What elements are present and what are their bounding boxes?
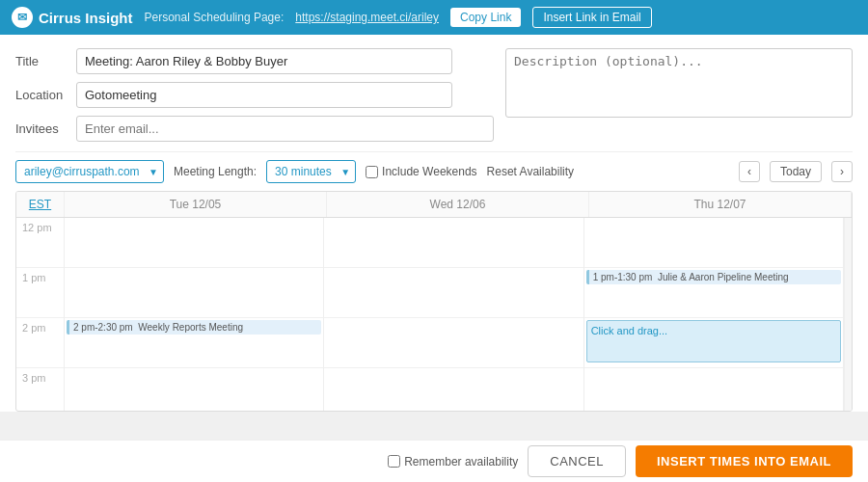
main-content: Title Location Invitees ariley@cirruspat…	[0, 35, 868, 412]
next-nav-button[interactable]: ›	[831, 161, 853, 182]
location-row: Location	[15, 82, 494, 108]
title-label: Title	[15, 54, 68, 68]
day-col-tue: 2 pm-2:30 pm Weekly Reports Meeting	[65, 218, 324, 411]
insert-link-button[interactable]: Insert Link in Email	[532, 7, 651, 28]
length-select-wrapper: 30 minutes ▼	[266, 160, 356, 183]
title-row: Title	[15, 48, 494, 74]
logo-text: Cirrus Insight	[39, 10, 133, 26]
today-button[interactable]: Today	[770, 161, 822, 182]
location-label: Location	[15, 88, 68, 102]
pipeline-meeting-event: 1 pm-1:30 pm Julie & Aaron Pipeline Meet…	[586, 270, 841, 284]
form-top: Title Location Invitees	[15, 48, 853, 147]
user-select[interactable]: ariley@cirruspath.com	[15, 160, 164, 183]
wed-1pm-cell[interactable]	[324, 268, 583, 318]
page-link-url[interactable]: https://staging.meet.ci/ariley	[295, 11, 439, 24]
toolbar-row: ariley@cirruspath.com ▼ Meeting Length: …	[15, 151, 853, 191]
logo-icon: ✉	[12, 7, 33, 28]
thu-1pm-cell[interactable]: 1 pm-1:30 pm Julie & Aaron Pipeline Meet…	[584, 268, 843, 318]
remember-availability-checkbox[interactable]	[388, 455, 400, 468]
form-left: Title Location Invitees	[15, 48, 494, 147]
col-header-tue: Tue 12/05	[65, 192, 327, 217]
meeting-length-label: Meeting Length:	[174, 165, 257, 178]
length-select[interactable]: 30 minutes	[266, 160, 356, 183]
description-textarea[interactable]	[505, 48, 853, 118]
event-title: Weekly Reports Meeting	[138, 322, 243, 333]
footer: Remember availability CANCEL INSERT TIME…	[0, 440, 868, 482]
day-col-thu: 1 pm-1:30 pm Julie & Aaron Pipeline Meet…	[584, 218, 844, 411]
calendar-body: 12 pm 1 pm 2 pm 3 pm 4 pm 2 pm-2:30 pm W…	[16, 218, 852, 411]
tue-1pm-cell[interactable]	[65, 268, 323, 318]
invitees-row: Invitees	[15, 116, 494, 142]
prev-nav-button[interactable]: ‹	[739, 161, 760, 182]
time-1pm: 1 pm	[16, 268, 64, 318]
logo: ✉ Cirrus Insight	[12, 7, 133, 28]
calendar-header: EST Tue 12/05 Wed 12/06 Thu 12/07	[16, 192, 852, 218]
calendar: EST Tue 12/05 Wed 12/06 Thu 12/07 12 pm …	[15, 191, 853, 412]
thu-3pm-cell[interactable]	[584, 368, 843, 411]
include-weekends-label[interactable]: Include Weekends	[366, 165, 477, 178]
copy-link-button[interactable]: Copy Link	[450, 8, 521, 27]
header: ✉ Cirrus Insight Personal Scheduling Pag…	[0, 0, 868, 35]
include-weekends-checkbox[interactable]	[366, 166, 378, 178]
wed-3pm-cell[interactable]	[324, 368, 583, 411]
wed-12pm-cell[interactable]	[324, 218, 583, 268]
wed-2pm-cell[interactable]	[324, 318, 583, 368]
form-right	[505, 48, 853, 147]
event-time-2: 1 pm-1:30 pm	[593, 272, 653, 282]
thu-12pm-cell[interactable]	[584, 218, 843, 268]
cancel-button[interactable]: CANCEL	[528, 445, 626, 477]
page-link-label: Personal Scheduling Page:	[145, 11, 285, 24]
day-col-wed	[324, 218, 583, 411]
event-time: 2 pm-2:30 pm	[73, 322, 133, 333]
title-input[interactable]	[76, 48, 452, 74]
time-3pm: 3 pm	[16, 368, 64, 411]
time-2pm: 2 pm	[16, 318, 64, 368]
event-title-2: Julie & Aaron Pipeline Meeting	[658, 272, 789, 282]
col-header-wed: Wed 12/06	[327, 192, 589, 217]
insert-times-button[interactable]: INSERT TIMES INTO EMAIL	[636, 445, 853, 477]
time-column: 12 pm 1 pm 2 pm 3 pm 4 pm	[16, 218, 65, 411]
invitees-input[interactable]	[76, 116, 494, 142]
thu-2pm-cell[interactable]: Click and drag...	[584, 318, 843, 368]
col-header-thu: Thu 12/07	[589, 192, 852, 217]
user-select-wrapper: ariley@cirruspath.com ▼	[15, 160, 164, 183]
reset-availability-link[interactable]: Reset Availability	[487, 165, 575, 178]
location-input[interactable]	[76, 82, 452, 108]
scrollbar[interactable]	[844, 218, 852, 411]
tue-12pm-cell[interactable]	[65, 218, 323, 268]
invitees-label: Invitees	[15, 121, 68, 136]
remember-availability-label[interactable]: Remember availability	[15, 455, 518, 469]
tue-3pm-cell[interactable]	[65, 368, 323, 411]
time-12pm: 12 pm	[16, 218, 64, 268]
click-drag-block[interactable]: Click and drag...	[586, 320, 841, 362]
weekly-reports-event: 2 pm-2:30 pm Weekly Reports Meeting	[67, 320, 321, 335]
timezone-cell: EST	[16, 192, 65, 217]
tue-2pm-cell[interactable]: 2 pm-2:30 pm Weekly Reports Meeting	[65, 318, 323, 368]
